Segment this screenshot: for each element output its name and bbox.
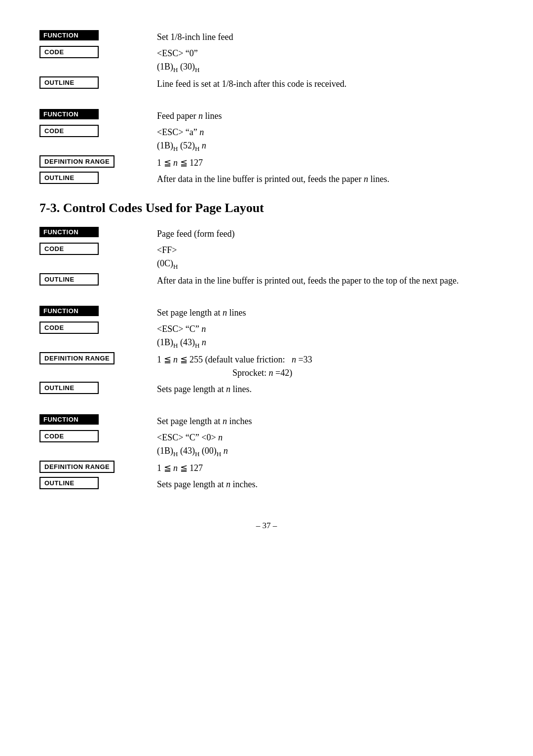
main-content: FUNCTION Set 1/8-inch line feed CODE <ES… (39, 30, 494, 491)
outline-tag-5: OUTLINE (39, 477, 99, 489)
function-row-2: FUNCTION Feed paper n lines (39, 108, 494, 123)
function-label-2: FUNCTION (39, 108, 148, 119)
outline-label-5: OUTLINE (39, 477, 148, 489)
code-row-5: CODE <ESC> “C” <0> n (1B)H (43)H (00)H n (39, 430, 494, 459)
function-tag-5: FUNCTION (39, 414, 99, 425)
function-content-2: Feed paper n lines (157, 108, 494, 123)
code-row-3: CODE <FF> (0C)H (39, 243, 494, 271)
defrange-label-4: DEFINITION RANGE (39, 352, 148, 364)
code-label-4: CODE (39, 322, 148, 334)
defrange-row-5: DEFINITION RANGE 1 ≦ n ≦ 127 (39, 461, 494, 475)
outline-tag-2: OUTLINE (39, 172, 99, 184)
code-label-5: CODE (39, 430, 148, 442)
page-number: – 37 – (39, 521, 494, 531)
code-content-2: <ESC> “a” n (1B)H (52)H n (157, 125, 494, 153)
outline-row-1: OUTLINE Line feed is set at 1/8-inch aft… (39, 76, 494, 91)
function-tag-4: FUNCTION (39, 306, 99, 316)
function-row-3: FUNCTION Page feed (form feed) (39, 226, 494, 241)
function-tag-2: FUNCTION (39, 109, 99, 119)
entry-group-4: FUNCTION Set page length at n lines CODE… (39, 305, 494, 396)
outline-row-5: OUTLINE Sets page length at n inches. (39, 477, 494, 491)
code-tag-3: CODE (39, 243, 99, 255)
outline-content-4: Sets page length at n lines. (157, 382, 494, 396)
function-label-4: FUNCTION (39, 305, 148, 316)
outline-content-1: Line feed is set at 1/8-inch after this … (157, 76, 494, 91)
function-tag-1: FUNCTION (39, 30, 99, 40)
function-row-1: FUNCTION Set 1/8-inch line feed (39, 30, 494, 44)
outline-content-2: After data in the line buffer is printed… (157, 172, 494, 186)
code-content-4: <ESC> “C” n (1B)H (43)H n (157, 322, 494, 350)
code-label-3: CODE (39, 243, 148, 255)
code-content-3: <FF> (0C)H (157, 243, 494, 271)
outline-label-2: OUTLINE (39, 172, 148, 184)
outline-row-2: OUTLINE After data in the line buffer is… (39, 172, 494, 186)
entry-group-3: FUNCTION Page feed (form feed) CODE <FF>… (39, 226, 494, 288)
defrange-tag-4: DEFINITION RANGE (39, 352, 114, 364)
outline-tag-1: OUTLINE (39, 76, 99, 89)
entry-group-5: FUNCTION Set page length at n inches COD… (39, 414, 494, 491)
defrange-tag-5: DEFINITION RANGE (39, 461, 114, 473)
outline-label-4: OUTLINE (39, 382, 148, 394)
outline-content-3: After data in the line buffer is printed… (157, 273, 494, 288)
code-tag-4: CODE (39, 322, 99, 334)
code-row-2: CODE <ESC> “a” n (1B)H (52)H n (39, 125, 494, 153)
outline-label-1: OUTLINE (39, 76, 148, 89)
function-content-4: Set page length at n lines (157, 305, 494, 320)
function-content-1: Set 1/8-inch line feed (157, 30, 494, 44)
outline-tag-3: OUTLINE (39, 273, 99, 286)
defrange-content-4: 1 ≦ n ≦ 255 (default value friction: n =… (157, 352, 494, 380)
function-row-5: FUNCTION Set page length at n inches (39, 414, 494, 428)
code-row-1: CODE <ESC> “0” (1B)H (30)H (39, 46, 494, 74)
code-tag-5: CODE (39, 430, 99, 442)
outline-tag-4: OUTLINE (39, 382, 99, 394)
code-label-1: CODE (39, 46, 148, 58)
function-label-3: FUNCTION (39, 226, 148, 237)
code-tag-1: CODE (39, 46, 99, 58)
code-content-1: <ESC> “0” (1B)H (30)H (157, 46, 494, 74)
entry-group-1: FUNCTION Set 1/8-inch line feed CODE <ES… (39, 30, 494, 91)
function-label-5: FUNCTION (39, 414, 148, 425)
outline-content-5: Sets page length at n inches. (157, 477, 494, 491)
code-row-4: CODE <ESC> “C” n (1B)H (43)H n (39, 322, 494, 350)
outline-row-3: OUTLINE After data in the line buffer is… (39, 273, 494, 288)
defrange-row-4: DEFINITION RANGE 1 ≦ n ≦ 255 (default va… (39, 352, 494, 380)
function-content-3: Page feed (form feed) (157, 226, 494, 241)
code-label-2: CODE (39, 125, 148, 137)
defrange-label-5: DEFINITION RANGE (39, 461, 148, 473)
defrange-content-2: 1 ≦ n ≦ 127 (157, 155, 494, 170)
function-label-1: FUNCTION (39, 30, 148, 40)
function-content-5: Set page length at n inches (157, 414, 494, 428)
defrange-label-2: DEFINITION RANGE (39, 155, 148, 168)
code-content-5: <ESC> “C” <0> n (1B)H (43)H (00)H n (157, 430, 494, 459)
entry-group-2: FUNCTION Feed paper n lines CODE <ESC> “… (39, 108, 494, 186)
defrange-content-5: 1 ≦ n ≦ 127 (157, 461, 494, 475)
function-row-4: FUNCTION Set page length at n lines (39, 305, 494, 320)
section-heading: 7-3. Control Codes Used for Page Layout (39, 201, 494, 216)
outline-row-4: OUTLINE Sets page length at n lines. (39, 382, 494, 396)
function-tag-3: FUNCTION (39, 227, 99, 237)
defrange-tag-2: DEFINITION RANGE (39, 155, 114, 168)
defrange-row-2: DEFINITION RANGE 1 ≦ n ≦ 127 (39, 155, 494, 170)
code-tag-2: CODE (39, 125, 99, 137)
outline-label-3: OUTLINE (39, 273, 148, 286)
